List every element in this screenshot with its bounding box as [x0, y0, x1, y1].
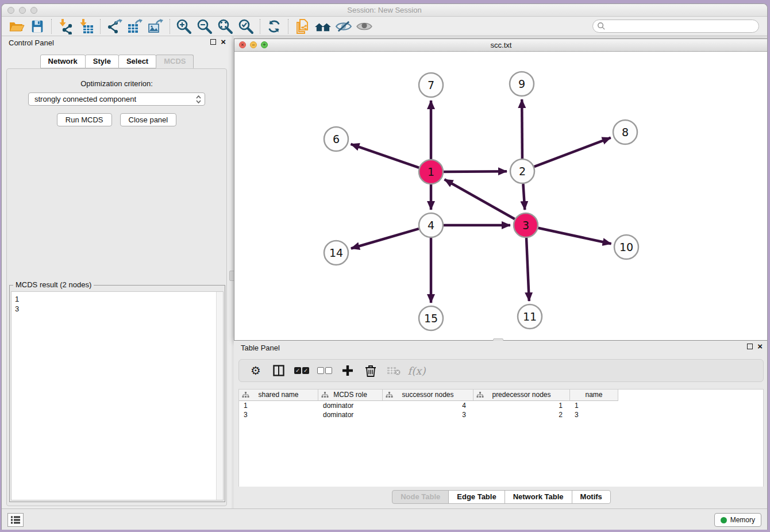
tab-motifs[interactable]: Motifs — [572, 490, 611, 504]
node-label-8: 8 — [622, 126, 629, 138]
maximize-network-button[interactable]: + — [261, 41, 268, 48]
network-canvas[interactable]: 7968124314101511 — [234, 52, 768, 340]
minimize-window-button[interactable] — [19, 7, 26, 14]
delete-row-button[interactable] — [362, 362, 379, 379]
window-controls — [7, 7, 37, 14]
run-mcds-button[interactable]: Run MCDS — [57, 113, 112, 126]
unchecked-boxes-icon — [317, 367, 332, 374]
edge-2-3[interactable] — [523, 184, 525, 210]
cell-1-1[interactable]: dominator — [318, 410, 383, 419]
tab-network-table[interactable]: Network Table — [505, 490, 572, 504]
table-row[interactable]: 3dominator323 — [239, 410, 763, 419]
dropdown-selected-value: strongly connected component — [34, 95, 136, 103]
cell-0-1[interactable]: dominator — [318, 401, 383, 410]
table-panel-title: Table Panel — [241, 344, 280, 352]
tab-select[interactable]: Select — [118, 55, 156, 68]
optimization-criterion-label: Optimization criterion: — [7, 79, 226, 88]
column-header-MCDS-role[interactable]: MCDS role — [318, 390, 383, 401]
table-settings-button[interactable]: ⚙ — [247, 362, 264, 379]
tab-mcds[interactable]: MCDS — [156, 55, 194, 68]
close-window-button[interactable] — [7, 7, 14, 14]
function-builder-button[interactable]: f(x) — [408, 362, 425, 379]
export-table-button[interactable] — [125, 18, 145, 35]
float-table-panel-icon[interactable] — [747, 344, 753, 349]
home-icon — [314, 19, 332, 34]
cell-1-4[interactable]: 3 — [570, 410, 618, 419]
edge-2-9[interactable] — [522, 99, 522, 159]
deselect-all-button[interactable] — [316, 362, 333, 379]
select-all-button[interactable]: ✓✓ — [293, 362, 310, 379]
zoom-out-button[interactable] — [194, 18, 215, 35]
tab-network[interactable]: Network — [40, 55, 86, 68]
table-body: 1dominator4113dominator323 — [239, 401, 763, 419]
edge-3-1[interactable] — [445, 179, 515, 219]
application-window: Session: New Session — [1, 3, 768, 530]
eye-icon — [356, 20, 373, 33]
edge-2-8[interactable] — [534, 138, 611, 167]
table-row[interactable]: 1dominator411 — [239, 401, 763, 410]
eye-slash-icon — [335, 20, 352, 33]
cell-0-0[interactable]: 1 — [239, 401, 318, 410]
hide-selected-button[interactable] — [333, 18, 354, 35]
memory-button[interactable]: Memory — [714, 513, 761, 527]
tab-node-table[interactable]: Node Table — [392, 490, 449, 504]
column-header-name[interactable]: name — [570, 390, 618, 401]
dropdown-stepper-icon — [195, 94, 202, 105]
show-all-button[interactable] — [354, 18, 375, 35]
close-panel-button[interactable]: Close panel — [120, 113, 177, 126]
toolbar-separator — [260, 19, 260, 34]
float-panel-icon[interactable] — [210, 39, 216, 45]
column-header-predecessor-nodes[interactable]: predecessor nodes — [473, 390, 570, 401]
zoom-fit-button[interactable] — [215, 18, 236, 35]
zoom-window-button[interactable] — [30, 7, 37, 14]
import-network-button[interactable] — [55, 18, 76, 35]
edge-1-6[interactable] — [351, 144, 419, 168]
cell-0-2[interactable]: 4 — [383, 401, 473, 410]
open-session-button[interactable] — [6, 18, 27, 35]
task-history-button[interactable] — [7, 513, 24, 527]
export-network-button[interactable] — [104, 18, 125, 35]
result-scrollbar[interactable] — [216, 292, 223, 500]
cell-1-3[interactable]: 2 — [473, 410, 570, 419]
add-row-button[interactable] — [339, 362, 356, 379]
import-table-button[interactable] — [76, 18, 97, 35]
zoom-in-button[interactable] — [174, 18, 194, 35]
edge-3-10[interactable] — [538, 228, 611, 244]
refresh-button[interactable] — [264, 18, 284, 35]
search-input[interactable] — [592, 20, 759, 33]
edge-3-11[interactable] — [526, 238, 529, 301]
node-label-2: 2 — [519, 165, 526, 178]
hierarchy-icon — [321, 392, 329, 398]
delete-table-button[interactable] — [385, 362, 402, 379]
toolbar-separator — [288, 19, 288, 34]
mcds-result-area[interactable]: 1 3 — [11, 291, 224, 500]
export-image-icon — [148, 18, 164, 34]
refresh-icon — [267, 19, 282, 34]
close-panel-icon[interactable]: × — [221, 39, 226, 45]
zoom-selected-button[interactable] — [236, 18, 256, 35]
show-columns-button[interactable] — [270, 362, 287, 379]
network-view-window: × − + scc.txt 7968124314101511 — [234, 38, 768, 341]
optimization-criterion-dropdown[interactable]: strongly connected component — [28, 92, 205, 106]
edge-1-2[interactable] — [444, 171, 507, 172]
tab-style[interactable]: Style — [85, 55, 119, 68]
cell-1-2[interactable]: 3 — [383, 410, 473, 419]
trash-icon — [365, 364, 376, 377]
cell-0-3[interactable]: 1 — [473, 401, 570, 410]
cell-1-0[interactable]: 3 — [239, 410, 318, 419]
network-window-titlebar[interactable]: × − + scc.txt — [234, 39, 768, 52]
close-table-panel-icon[interactable]: × — [757, 344, 763, 349]
export-image-button[interactable] — [145, 18, 166, 35]
mcds-result-text: 1 3 — [11, 292, 223, 316]
minimize-network-button[interactable]: − — [250, 41, 257, 48]
tab-edge-table[interactable]: Edge Table — [448, 490, 505, 504]
home-button[interactable] — [313, 18, 333, 35]
column-header-successor-nodes[interactable]: successor nodes — [383, 390, 473, 401]
column-header-shared-name[interactable]: shared name — [239, 390, 318, 401]
cell-0-4[interactable]: 1 — [570, 401, 618, 410]
network-overview-button[interactable] — [292, 18, 313, 35]
save-session-button[interactable] — [27, 18, 48, 35]
network-graph[interactable]: 7968124314101511 — [234, 52, 768, 340]
edge-4-14[interactable] — [351, 229, 419, 248]
close-network-button[interactable]: × — [239, 41, 246, 48]
